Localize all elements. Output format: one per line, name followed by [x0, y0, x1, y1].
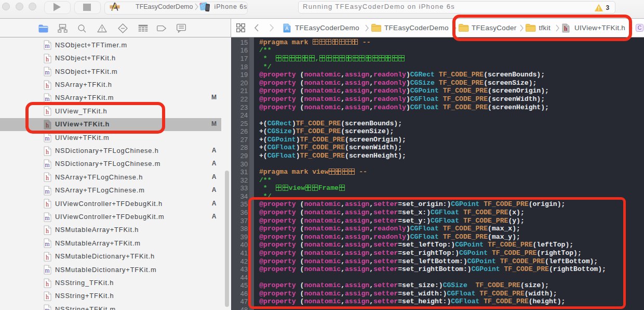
svg-text:h: h: [46, 227, 49, 235]
svg-text:m: m: [45, 214, 50, 222]
svg-text:h: h: [46, 254, 49, 261]
svg-text:m: m: [45, 42, 50, 49]
svg-text:h: h: [46, 280, 49, 288]
svg-text:m: m: [45, 306, 50, 310]
svg-text:h: h: [46, 56, 49, 63]
svg-text:h: h: [46, 201, 49, 208]
svg-text:h: h: [46, 293, 49, 301]
svg-text:m: m: [45, 240, 50, 248]
svg-text:m: m: [45, 161, 50, 169]
svg-text:m: m: [45, 135, 50, 142]
svg-text:m: m: [45, 267, 50, 274]
svg-text:m: m: [45, 69, 50, 76]
svg-text:C: C: [638, 24, 642, 31]
svg-text:h: h: [46, 148, 49, 156]
svg-text:h: h: [46, 82, 49, 89]
svg-text:m: m: [45, 95, 50, 102]
svg-text:h: h: [46, 174, 49, 182]
svg-text:m: m: [45, 188, 50, 195]
